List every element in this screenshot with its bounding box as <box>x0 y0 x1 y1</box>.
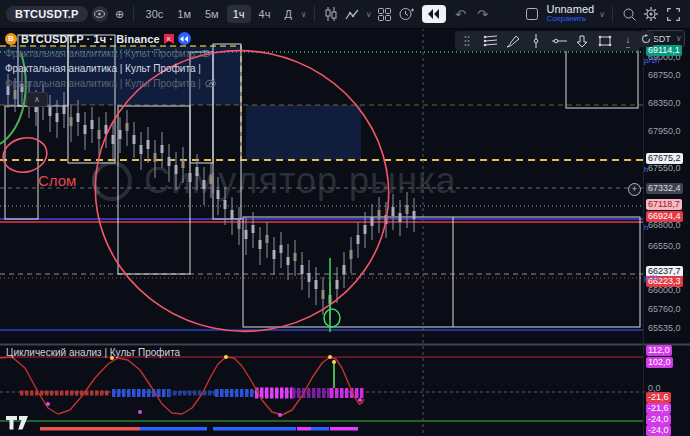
vline-icon <box>533 34 539 48</box>
timeframe-level-tag: h <box>644 165 648 174</box>
chevron-down-icon[interactable]: ∨ <box>301 10 307 19</box>
timeframe-list: 30с1м5м1ч4чД <box>139 5 299 23</box>
timeframe-5м[interactable]: 5м <box>199 5 225 23</box>
eye-off-icon[interactable] <box>205 79 216 88</box>
symbol-eye-badge[interactable] <box>92 6 108 22</box>
top-toolbar: BTCUSDT.P ⊕ 30с1м5м1ч4чД ∨ ∨ <box>0 0 690 29</box>
binance-futures-icon: K <box>164 34 174 44</box>
btc-coin-icon: B <box>5 33 17 45</box>
settings-button[interactable] <box>640 4 662 24</box>
price-level-label: -21,6 <box>646 392 671 403</box>
add-alert-plus-icon[interactable]: + <box>628 183 641 196</box>
trend-lines-tool[interactable] <box>482 33 498 49</box>
gear-icon <box>644 7 658 21</box>
horizontal-ray-tool[interactable] <box>551 33 567 49</box>
pane-collapse-button[interactable]: ∧ <box>26 92 48 107</box>
axis-tick-label: 67950,0 <box>646 126 683 137</box>
chart-legend: B BTCUSDT.P · 1ч · Binance K Фрактальная… <box>5 31 216 91</box>
price-level-label: 67675,2 <box>646 153 683 164</box>
save-link[interactable]: Сохранить <box>546 14 586 24</box>
legend-indicator-row[interactable]: Фрактальная аналитика | Культ Профита <box>5 46 216 61</box>
square-icon <box>526 8 538 20</box>
axis-tick-label: 66550,0 <box>646 241 683 252</box>
search-icon <box>623 8 636 21</box>
replay-button-active[interactable] <box>422 5 446 23</box>
eye-icon <box>94 10 105 18</box>
timeframe-1ч[interactable]: 1ч <box>227 5 251 23</box>
replay-active-badge[interactable] <box>178 32 191 45</box>
axis-tick-label: 68750,0 <box>646 70 683 81</box>
save-status-checkbox[interactable] <box>521 4 543 24</box>
slom-annotation: Слом <box>38 172 76 189</box>
indicators-button[interactable] <box>342 4 364 24</box>
fullscreen-button[interactable] <box>662 4 684 24</box>
legend-indicator-row[interactable]: Фрактальная аналитика | Культ Профита | <box>5 76 216 91</box>
price-level-label: 102,0 <box>646 357 673 368</box>
price-level-label: -24,0 <box>646 414 671 425</box>
layout-grid-button[interactable] <box>374 4 396 24</box>
price-level-label: 112,0 <box>646 345 672 356</box>
indicators-icon <box>345 8 360 21</box>
quick-search-button[interactable] <box>618 4 640 24</box>
drag-dots-icon <box>464 35 470 47</box>
drag-handle[interactable] <box>459 33 475 49</box>
fullscreen-icon <box>667 8 680 21</box>
axis-tick-label: 67550,0 <box>646 163 683 174</box>
timeframe-level-tag: h <box>644 223 648 232</box>
price-level-label: 66924,4 <box>646 211 683 222</box>
redo-button[interactable]: ↷ <box>472 4 494 24</box>
axis-tick-label: 65760,0 <box>646 304 683 315</box>
layout-name: Unnamed <box>546 4 594 14</box>
timeframe-level-tag: p/1h <box>644 56 660 65</box>
refresh-button[interactable] <box>638 31 654 47</box>
eye-icon[interactable] <box>200 49 211 58</box>
legend-indicator-row[interactable]: Фрактальная аналитика | Культ Профита | <box>5 61 216 76</box>
rewind-icon <box>180 36 188 42</box>
candles-icon <box>324 7 338 21</box>
watermark: Симулятор рынка <box>92 160 456 202</box>
layout-name-block[interactable]: Unnamed Сохранить <box>546 4 594 24</box>
chart-window: BTCUSDT.P ⊕ 30с1м5м1ч4чД ∨ ∨ <box>0 0 690 436</box>
vertical-line-tool[interactable] <box>528 33 544 49</box>
refresh-icon <box>641 34 651 44</box>
rewind-icon <box>428 9 440 19</box>
timeframe-4ч[interactable]: 4ч <box>253 5 277 23</box>
alert-button[interactable] <box>396 4 418 24</box>
toolbar-right-cluster: Unnamed Сохранить ∨ <box>521 4 690 24</box>
chevron-down-icon[interactable]: ∨ <box>366 10 372 19</box>
legend-title-row[interactable]: B BTCUSDT.P · 1ч · Binance K <box>5 31 216 46</box>
legend-indicator-rows: Фрактальная аналитика | Культ ПрофитаФра… <box>5 46 216 91</box>
arrow-down-icon <box>576 35 588 48</box>
arrow-down-tool[interactable] <box>574 33 590 49</box>
legend-indicator-title: Фрактальная аналитика | Культ Профита | <box>5 63 201 74</box>
timeframe-1м[interactable]: 1м <box>171 5 197 23</box>
axis-tick-label: 68350,0 <box>646 98 683 109</box>
indicator-legend[interactable]: Циклический анализ | Культ Профита <box>6 347 180 358</box>
rectangle-icon <box>598 35 612 47</box>
price-level-label: -21,6 <box>646 403 671 414</box>
compare-add-button[interactable]: ⊕ <box>112 6 128 22</box>
axis-tick-label: 65535,0 <box>646 323 683 334</box>
timeframe-Д[interactable]: Д <box>278 5 297 23</box>
svg-text:K: K <box>167 35 171 41</box>
watermark-logo-icon <box>92 161 132 201</box>
watermark-text: Симулятор рынка <box>144 160 456 202</box>
chevron-down-icon[interactable]: ∨ <box>599 10 605 19</box>
layout-grid-icon <box>378 8 391 21</box>
rectangle-tool[interactable] <box>597 33 613 49</box>
candle-style-button[interactable] <box>320 4 342 24</box>
price-level-label: 67118,7 <box>646 199 682 210</box>
toolbar-separator <box>314 6 315 22</box>
legend-indicator-title: Фрактальная аналитика | Культ Профита <box>5 48 196 59</box>
download-button[interactable]: ↓ <box>620 31 636 47</box>
undo-button[interactable]: ↶ <box>450 4 472 24</box>
symbol-button[interactable]: BTCUSDT.P <box>6 6 88 22</box>
floating-drawing-toolbar <box>455 31 640 51</box>
toolbar-separator <box>612 6 613 22</box>
tradingview-logo[interactable] <box>6 416 30 435</box>
timeframe-30с[interactable]: 30с <box>140 5 170 23</box>
alert-clock-icon <box>399 7 414 21</box>
hray-icon <box>552 38 567 44</box>
brush-tool[interactable] <box>505 33 521 49</box>
price-axis[interactable]: USDT ∨ 69000,068750,068350,067950,067550… <box>644 28 690 436</box>
